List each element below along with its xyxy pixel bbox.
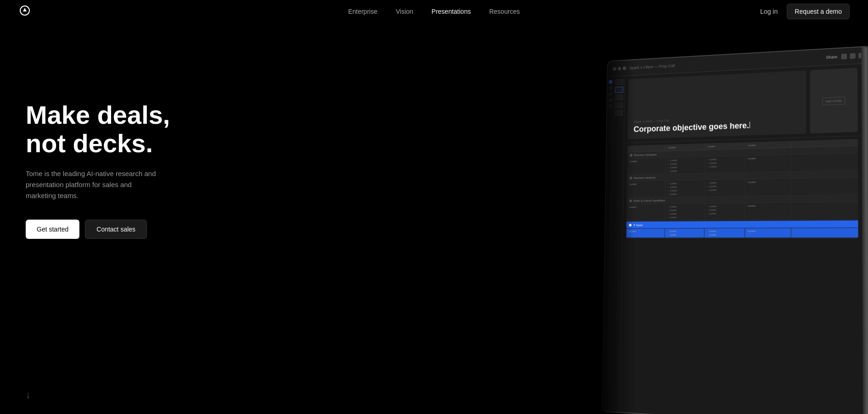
- slide-thumb-4[interactable]: [615, 102, 623, 109]
- col-header-1: Lorem: [666, 144, 705, 151]
- sidebar-icon-6[interactable]: [864, 117, 868, 122]
- cell-3-1: Lorem Lorem: [665, 228, 704, 237]
- sidebar-icon-5[interactable]: [864, 109, 868, 114]
- slide-thumb-2[interactable]: [615, 87, 623, 93]
- sidebar-icon-3[interactable]: [863, 92, 868, 97]
- login-button[interactable]: Log in: [760, 8, 778, 15]
- cell-2-3: Lorem: [745, 203, 791, 220]
- cell-1-3: Lorem: [745, 179, 791, 196]
- slide-thumb-1[interactable]: [615, 79, 623, 85]
- section-label-spark: ✦ Spark: [627, 221, 858, 229]
- app-body: Spark x Client — Prop Call Corporate obj…: [603, 63, 868, 414]
- toolbar-icon-2: [850, 53, 856, 59]
- section-icon-2: [630, 177, 633, 179]
- data-table: Lorem Lorem Lorem Business Strategies: [626, 139, 858, 239]
- aa-label: Aa: [864, 67, 868, 72]
- sidebar-dot-1: [609, 86, 612, 90]
- section-icon-spark: [629, 224, 632, 226]
- cell-0-3: Lorem: [745, 155, 791, 172]
- table-area: Lorem Lorem Lorem Business Strategies: [623, 136, 862, 242]
- share-label[interactable]: Share: [826, 54, 837, 59]
- cell-1-0: Lorem: [627, 181, 666, 198]
- cell-2-1: Lorem Lorem Lorem Lorem: [665, 204, 705, 220]
- dot-green: [623, 66, 626, 70]
- product-mockup: Spark x Client — Prop Call Share: [597, 50, 868, 414]
- dot-red: [613, 67, 616, 71]
- cell-2-0: Lorem: [627, 204, 665, 220]
- slide-top-row: Spark x Client — Prop Call Corporate obj…: [624, 64, 862, 143]
- cell-0-2: Lorem Lorem Lorem: [705, 156, 745, 173]
- dot-yellow: [618, 66, 621, 70]
- logo[interactable]: [18, 4, 31, 19]
- window-controls: [613, 66, 626, 71]
- cell-1-1: Lorem Lorem Lorem Lorem: [665, 180, 705, 197]
- col-header-2: Lorem: [705, 142, 745, 149]
- nav-vision[interactable]: Vision: [396, 8, 413, 15]
- toolbar-breadcrumb: Spark x Client — Prop Call: [629, 63, 675, 70]
- add-media-button[interactable]: Add media: [823, 96, 845, 105]
- hero-text-block: Make deals, not decks. Tome is the leadi…: [0, 101, 170, 239]
- sidebar-dot-active: [609, 80, 612, 84]
- sidebar-dot-4: [608, 104, 611, 108]
- toolbar-icon-1: [841, 53, 847, 59]
- sidebar-icon-1[interactable]: [863, 75, 868, 80]
- slide-thumb-3[interactable]: [615, 94, 623, 101]
- toolbar-icons: [841, 52, 864, 59]
- toolbar-right: Share: [826, 52, 864, 60]
- cell-1-2: Lorem Lorem Lorem: [705, 179, 745, 196]
- slide-main: Spark x Client — Prop Call Corporate obj…: [621, 64, 863, 414]
- slide-thumb-5[interactable]: [614, 110, 622, 116]
- col-header-0: [627, 144, 666, 152]
- table-row: Lorem Lorem Lorem Lorem Lorem: [627, 202, 858, 220]
- nav-presentations[interactable]: Presentations: [431, 8, 471, 15]
- scroll-indicator: ↓: [26, 390, 30, 400]
- sidebar-dot-3: [608, 98, 611, 102]
- section-icon: [630, 154, 633, 157]
- slide-text-block: Spark x Client — Prop Call Corporate obj…: [627, 70, 806, 139]
- nav-enterprise[interactable]: Enterprise: [348, 8, 377, 15]
- col-header-3: Lorem: [745, 141, 791, 149]
- sidebar-icon-4[interactable]: [864, 100, 868, 105]
- cell-0-1: Lorem Lorem Lorem Lorem: [666, 157, 705, 174]
- section-spark: ✦ Spark Lorem Lorem Lorem: [626, 221, 858, 238]
- cell-3-0: Lorem: [626, 229, 665, 238]
- toolbar-left: Spark x Client — Prop Call: [613, 63, 675, 71]
- hero-headline: Make deals, not decks.: [26, 101, 170, 157]
- nav-resources[interactable]: Resources: [489, 8, 520, 15]
- get-started-button[interactable]: Get started: [26, 220, 79, 239]
- section-business-initiatives: Business Initiatives Lorem Lorem Lorem L…: [627, 171, 858, 198]
- hero-buttons: Get started Contact sales: [26, 220, 170, 239]
- section-icon-3: [629, 199, 632, 202]
- nav-right: Log in Request a demo: [760, 4, 850, 19]
- hero-section: Make deals, not decks. Tome is the leadi…: [0, 23, 868, 414]
- navbar: Enterprise Vision Presentations Resource…: [0, 0, 868, 23]
- cell-3-2: Lorem Lorem: [705, 228, 745, 237]
- table-row-spark: Lorem Lorem Lorem Lorem Lorem: [626, 228, 858, 237]
- slide-media-block: Add media: [810, 68, 858, 133]
- toolbar-icon-3: [858, 52, 864, 58]
- device-frame: Spark x Client — Prop Call Share: [602, 46, 868, 414]
- sidebar-icon-2[interactable]: [863, 83, 868, 88]
- section-roles-capabilities: Roles & Critical Capabilities Lorem Lore…: [627, 195, 858, 221]
- request-demo-button[interactable]: Request a demo: [787, 4, 850, 19]
- cell-2-2: Lorem Lorem Lorem: [705, 203, 745, 220]
- hero-subtext: Tome is the leading AI-native research a…: [26, 168, 159, 201]
- contact-sales-button[interactable]: Contact sales: [85, 220, 147, 239]
- cell-3-3: Lorem: [745, 228, 791, 237]
- right-sidebar: Aa: [861, 63, 868, 414]
- sidebar-dot-2: [608, 92, 611, 96]
- cell-0-0: Lorem: [627, 158, 666, 174]
- nav-links: Enterprise Vision Presentations Resource…: [348, 8, 520, 15]
